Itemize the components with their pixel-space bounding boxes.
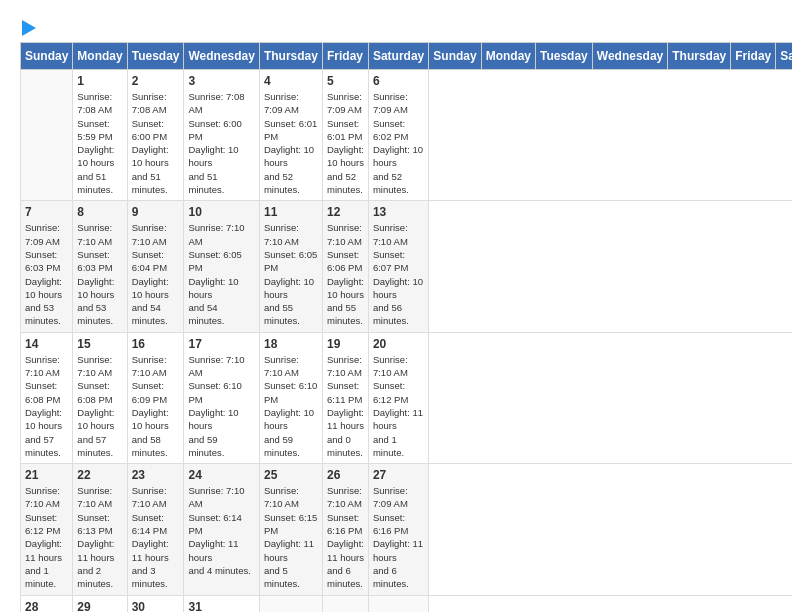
- day-number: 22: [77, 468, 122, 482]
- day-info: Sunrise: 7:09 AM Sunset: 6:01 PM Dayligh…: [264, 90, 318, 196]
- calendar-cell: 27Sunrise: 7:09 AM Sunset: 6:16 PM Dayli…: [368, 464, 428, 595]
- header-day-wednesday: Wednesday: [184, 43, 259, 70]
- day-number: 7: [25, 205, 68, 219]
- page-header: [20, 20, 772, 32]
- calendar-cell: 26Sunrise: 7:10 AM Sunset: 6:16 PM Dayli…: [322, 464, 368, 595]
- logo: [20, 20, 36, 32]
- calendar-cell: 18Sunrise: 7:10 AM Sunset: 6:10 PM Dayli…: [259, 332, 322, 463]
- calendar-cell: 15Sunrise: 7:10 AM Sunset: 6:08 PM Dayli…: [73, 332, 127, 463]
- day-number: 1: [77, 74, 122, 88]
- calendar-cell: 12Sunrise: 7:10 AM Sunset: 6:06 PM Dayli…: [322, 201, 368, 332]
- calendar-cell: 1Sunrise: 7:08 AM Sunset: 5:59 PM Daylig…: [73, 70, 127, 201]
- calendar-week-row: 1Sunrise: 7:08 AM Sunset: 5:59 PM Daylig…: [21, 70, 793, 201]
- day-info: Sunrise: 7:10 AM Sunset: 6:10 PM Dayligh…: [264, 353, 318, 459]
- header-day-sunday: Sunday: [21, 43, 73, 70]
- calendar-cell: 22Sunrise: 7:10 AM Sunset: 6:13 PM Dayli…: [73, 464, 127, 595]
- calendar-cell: 17Sunrise: 7:10 AM Sunset: 6:10 PM Dayli…: [184, 332, 259, 463]
- day-number: 20: [373, 337, 424, 351]
- header-day-friday: Friday: [322, 43, 368, 70]
- header-monday: Monday: [481, 43, 535, 70]
- calendar-cell: 30Sunrise: 7:09 AM Sunset: 6:18 PM Dayli…: [127, 595, 184, 612]
- calendar-cell: [259, 595, 322, 612]
- day-number: 17: [188, 337, 254, 351]
- day-info: Sunrise: 7:10 AM Sunset: 6:12 PM Dayligh…: [373, 353, 424, 459]
- day-info: Sunrise: 7:10 AM Sunset: 6:14 PM Dayligh…: [188, 484, 254, 577]
- calendar-cell: 10Sunrise: 7:10 AM Sunset: 6:05 PM Dayli…: [184, 201, 259, 332]
- calendar-cell: [368, 595, 428, 612]
- day-number: 9: [132, 205, 180, 219]
- day-number: 8: [77, 205, 122, 219]
- day-info: Sunrise: 7:09 AM Sunset: 6:01 PM Dayligh…: [327, 90, 364, 196]
- day-info: Sunrise: 7:09 AM Sunset: 6:03 PM Dayligh…: [25, 221, 68, 327]
- logo-arrow-icon: [22, 20, 36, 36]
- day-number: 14: [25, 337, 68, 351]
- header-saturday: Saturday: [776, 43, 792, 70]
- day-number: 24: [188, 468, 254, 482]
- day-info: Sunrise: 7:10 AM Sunset: 6:06 PM Dayligh…: [327, 221, 364, 327]
- day-number: 29: [77, 600, 122, 613]
- day-number: 30: [132, 600, 180, 613]
- day-number: 15: [77, 337, 122, 351]
- calendar-cell: 3Sunrise: 7:08 AM Sunset: 6:00 PM Daylig…: [184, 70, 259, 201]
- day-number: 31: [188, 600, 254, 613]
- calendar-cell: 13Sunrise: 7:10 AM Sunset: 6:07 PM Dayli…: [368, 201, 428, 332]
- day-info: Sunrise: 7:10 AM Sunset: 6:16 PM Dayligh…: [327, 484, 364, 590]
- day-info: Sunrise: 7:10 AM Sunset: 6:10 PM Dayligh…: [188, 353, 254, 459]
- calendar-cell: 28Sunrise: 7:09 AM Sunset: 6:17 PM Dayli…: [21, 595, 73, 612]
- header-tuesday: Tuesday: [535, 43, 592, 70]
- day-number: 28: [25, 600, 68, 613]
- calendar-week-row: 7Sunrise: 7:09 AM Sunset: 6:03 PM Daylig…: [21, 201, 793, 332]
- calendar-cell: 4Sunrise: 7:09 AM Sunset: 6:01 PM Daylig…: [259, 70, 322, 201]
- day-info: Sunrise: 7:10 AM Sunset: 6:08 PM Dayligh…: [77, 353, 122, 459]
- day-info: Sunrise: 7:10 AM Sunset: 6:09 PM Dayligh…: [132, 353, 180, 459]
- calendar-cell: 24Sunrise: 7:10 AM Sunset: 6:14 PM Dayli…: [184, 464, 259, 595]
- day-info: Sunrise: 7:09 AM Sunset: 6:02 PM Dayligh…: [373, 90, 424, 196]
- day-number: 12: [327, 205, 364, 219]
- day-info: Sunrise: 7:10 AM Sunset: 6:05 PM Dayligh…: [264, 221, 318, 327]
- day-number: 21: [25, 468, 68, 482]
- day-number: 25: [264, 468, 318, 482]
- calendar-cell: 21Sunrise: 7:10 AM Sunset: 6:12 PM Dayli…: [21, 464, 73, 595]
- day-number: 6: [373, 74, 424, 88]
- day-number: 26: [327, 468, 364, 482]
- day-number: 2: [132, 74, 180, 88]
- calendar-cell: 5Sunrise: 7:09 AM Sunset: 6:01 PM Daylig…: [322, 70, 368, 201]
- header-sunday: Sunday: [429, 43, 481, 70]
- day-number: 19: [327, 337, 364, 351]
- day-info: Sunrise: 7:10 AM Sunset: 6:08 PM Dayligh…: [25, 353, 68, 459]
- calendar-cell: 19Sunrise: 7:10 AM Sunset: 6:11 PM Dayli…: [322, 332, 368, 463]
- day-number: 3: [188, 74, 254, 88]
- calendar-cell: 6Sunrise: 7:09 AM Sunset: 6:02 PM Daylig…: [368, 70, 428, 201]
- calendar-week-row: 14Sunrise: 7:10 AM Sunset: 6:08 PM Dayli…: [21, 332, 793, 463]
- calendar-week-row: 21Sunrise: 7:10 AM Sunset: 6:12 PM Dayli…: [21, 464, 793, 595]
- calendar-table: SundayMondayTuesdayWednesdayThursdayFrid…: [20, 42, 792, 612]
- day-info: Sunrise: 7:10 AM Sunset: 6:04 PM Dayligh…: [132, 221, 180, 327]
- day-info: Sunrise: 7:10 AM Sunset: 6:05 PM Dayligh…: [188, 221, 254, 327]
- day-number: 5: [327, 74, 364, 88]
- calendar-cell: 2Sunrise: 7:08 AM Sunset: 6:00 PM Daylig…: [127, 70, 184, 201]
- day-number: 11: [264, 205, 318, 219]
- calendar-cell: 14Sunrise: 7:10 AM Sunset: 6:08 PM Dayli…: [21, 332, 73, 463]
- day-number: 23: [132, 468, 180, 482]
- calendar-cell: [322, 595, 368, 612]
- calendar-cell: 7Sunrise: 7:09 AM Sunset: 6:03 PM Daylig…: [21, 201, 73, 332]
- calendar-cell: 25Sunrise: 7:10 AM Sunset: 6:15 PM Dayli…: [259, 464, 322, 595]
- header-friday: Friday: [731, 43, 776, 70]
- header-thursday: Thursday: [668, 43, 731, 70]
- calendar-cell: 8Sunrise: 7:10 AM Sunset: 6:03 PM Daylig…: [73, 201, 127, 332]
- day-info: Sunrise: 7:10 AM Sunset: 6:07 PM Dayligh…: [373, 221, 424, 327]
- calendar-cell: 23Sunrise: 7:10 AM Sunset: 6:14 PM Dayli…: [127, 464, 184, 595]
- day-info: Sunrise: 7:10 AM Sunset: 6:03 PM Dayligh…: [77, 221, 122, 327]
- calendar-cell: 31Sunrise: 7:08 AM Sunset: 6:19 PM Dayli…: [184, 595, 259, 612]
- day-number: 13: [373, 205, 424, 219]
- day-number: 4: [264, 74, 318, 88]
- day-number: 16: [132, 337, 180, 351]
- day-info: Sunrise: 7:10 AM Sunset: 6:15 PM Dayligh…: [264, 484, 318, 590]
- calendar-week-row: 28Sunrise: 7:09 AM Sunset: 6:17 PM Dayli…: [21, 595, 793, 612]
- calendar-header-row: SundayMondayTuesdayWednesdayThursdayFrid…: [21, 43, 793, 70]
- day-info: Sunrise: 7:09 AM Sunset: 6:16 PM Dayligh…: [373, 484, 424, 590]
- day-info: Sunrise: 7:10 AM Sunset: 6:13 PM Dayligh…: [77, 484, 122, 590]
- day-info: Sunrise: 7:10 AM Sunset: 6:12 PM Dayligh…: [25, 484, 68, 590]
- calendar-cell: 20Sunrise: 7:10 AM Sunset: 6:12 PM Dayli…: [368, 332, 428, 463]
- day-info: Sunrise: 7:08 AM Sunset: 6:00 PM Dayligh…: [132, 90, 180, 196]
